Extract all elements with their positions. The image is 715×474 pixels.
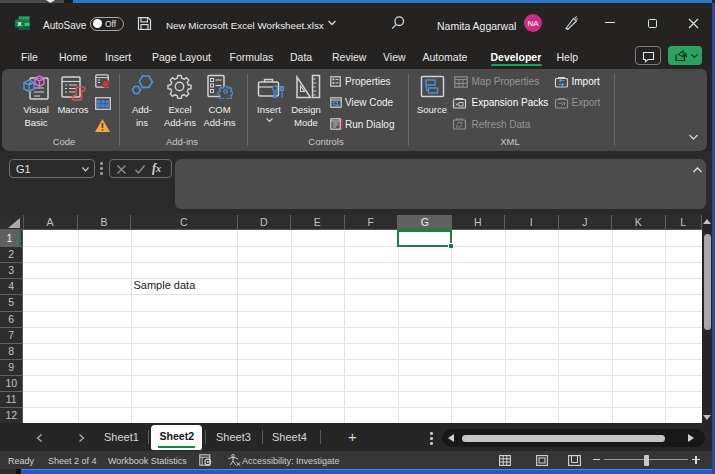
svg-text:x: x: [17, 19, 22, 28]
